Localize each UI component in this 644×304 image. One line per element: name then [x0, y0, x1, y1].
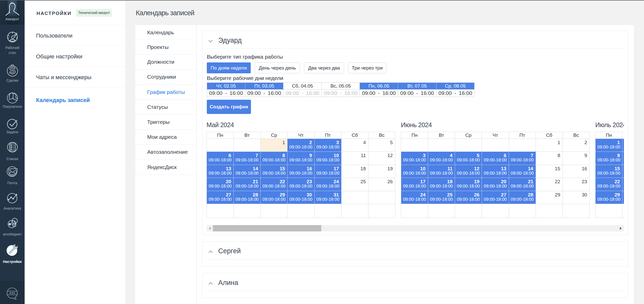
svg-text:S: S — [9, 65, 15, 76]
